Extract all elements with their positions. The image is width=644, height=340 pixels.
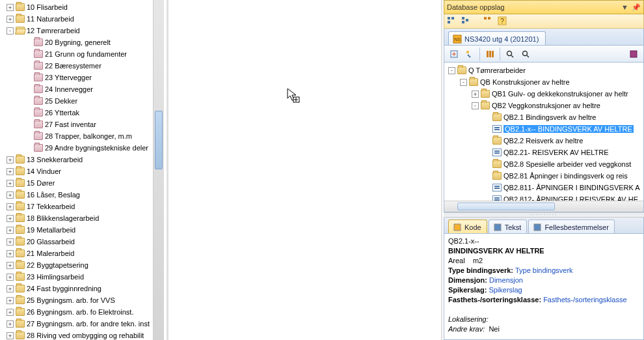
expand-icon[interactable]: + <box>7 180 14 187</box>
db-tree-item[interactable]: QB2.1-x-- BINDINGSVERK AV HELTRE <box>444 123 643 135</box>
detail-tab-kode[interactable]: Kode <box>448 220 487 233</box>
db-tree-item[interactable]: +QB1 Gulv- og dekkekonstruksjoner av hel… <box>444 88 643 100</box>
db-titlebar[interactable]: Database oppslag ▼ 📌 <box>444 0 644 14</box>
tree-item[interactable]: +14 Vinduer <box>0 165 164 177</box>
expand-icon[interactable]: + <box>7 285 14 292</box>
tree-item[interactable]: 24 Innervegger <box>0 83 164 95</box>
collapse-icon[interactable]: - <box>460 79 467 86</box>
tree-item[interactable]: +11 Naturarbeid <box>0 13 164 25</box>
tree-item[interactable]: +13 Snekkerarbeid <box>0 154 164 165</box>
db-tree-item[interactable]: -QB Konstruksjoner av heltre <box>444 76 643 88</box>
expand-icon[interactable]: + <box>7 191 14 199</box>
splitter-gripper[interactable]: ·········· <box>444 212 644 218</box>
svg-point-18 <box>523 51 528 55</box>
tool-btn-2[interactable] <box>463 47 477 61</box>
tree-item[interactable]: +22 Byggtapetsering <box>0 259 164 271</box>
expand-icon[interactable]: + <box>7 309 14 316</box>
db-tree-item[interactable]: QB2.1 Bindingsverk av heltre <box>444 111 643 123</box>
expand-icon[interactable]: + <box>7 320 14 328</box>
expand-icon[interactable]: + <box>7 262 14 269</box>
db-tree-item[interactable]: QB2.21- REISVERK AV HELTRE <box>444 147 643 158</box>
expand-icon[interactable]: + <box>7 215 14 222</box>
tree-item[interactable]: +23 Himlingsarbeid <box>0 271 164 283</box>
doc-icon <box>492 184 502 191</box>
expand-icon[interactable]: + <box>7 203 14 210</box>
collapse-icon[interactable]: - <box>448 67 455 74</box>
tab-ns3420[interactable]: NS NS3420 utg 4 (201201) <box>448 31 546 45</box>
tree-item[interactable]: +26 Bygningsm. arb. fo Elektroinst. <box>0 306 164 318</box>
expand-icon[interactable]: + <box>7 274 14 281</box>
detail-tab-tekst[interactable]: Tekst <box>489 220 528 233</box>
detail-andre-krav-label: Andre krav: <box>448 325 485 333</box>
db-tree-item[interactable]: QB2.811- ÅPNINGER I BINDINGSVERK A <box>444 182 643 193</box>
tree-item[interactable]: +15 Dører <box>0 177 164 189</box>
tree-item[interactable]: -12 Tømrerarbeid <box>0 25 164 36</box>
expand-icon[interactable]: + <box>7 332 14 339</box>
tree-item[interactable]: +25 Bygningsm. arb. for VVS <box>0 294 164 306</box>
db-tree-item[interactable]: QB2.2 Reisverk av heltre <box>444 135 643 147</box>
tree-item[interactable]: +21 Malerarbeid <box>0 248 164 259</box>
view-mode-icon-3[interactable] <box>483 16 494 27</box>
folder-icon <box>16 191 25 199</box>
svg-rect-14 <box>487 51 489 57</box>
search-icon-2[interactable] <box>518 47 533 61</box>
expand-icon[interactable]: + <box>7 238 14 246</box>
tree-item[interactable]: +16 Låser, Beslag <box>0 189 164 201</box>
tree-item[interactable]: +10 Flisarbeid <box>0 1 164 13</box>
db-tree-item[interactable]: QB2.8 Spesielle arbeider ved veggkonst <box>444 158 643 170</box>
db-tree-label: QB2.1 Bindingsverk av heltre <box>503 113 596 121</box>
expand-icon[interactable]: + <box>7 156 14 163</box>
tree-item[interactable]: +17 Tekkearbeid <box>0 201 164 212</box>
tool-btn-right[interactable] <box>626 47 641 61</box>
tree-item[interactable]: 23 Yttervegger <box>0 72 164 83</box>
detail-value-link[interactable]: Spikerslag <box>489 286 522 294</box>
tree-item[interactable]: +20 Glassarbeid <box>0 236 164 248</box>
tree-item[interactable]: 27 Fast inventar <box>0 119 164 130</box>
expand-icon[interactable]: + <box>7 250 14 257</box>
view-mode-icon-1[interactable] <box>447 16 457 27</box>
db-tree-label: QB2.1-x-- BINDINGSVERK AV HELTRE <box>503 125 634 133</box>
middle-drop-area[interactable] <box>167 0 442 340</box>
folder-icon <box>492 160 502 168</box>
tree-item[interactable]: +27 Bygningsm. arb. for andre tekn. inst <box>0 318 164 330</box>
detail-value-link[interactable]: Dimensjon <box>489 276 523 284</box>
tree-item[interactable]: 20 Bygning, generelt <box>0 36 164 48</box>
tree-item[interactable]: +18 Blikkenslagerarbeid <box>0 212 164 224</box>
tree-item[interactable]: +28 Riving ved ombygging og rehabilit <box>0 330 164 340</box>
tool-btn-3[interactable] <box>483 47 497 61</box>
pin-icon[interactable]: 📌 <box>632 3 641 12</box>
expand-icon[interactable]: + <box>7 4 14 11</box>
tree-item[interactable]: 26 Yttertak <box>0 107 164 119</box>
help-icon[interactable]: ? <box>498 16 508 27</box>
db-tree-item[interactable]: -QB2 Veggkonstruksjoner av heltre <box>444 100 643 111</box>
detail-tab-fellesbestemmelser[interactable]: Fellesbestemmelser <box>528 220 614 233</box>
tree-item[interactable]: 28 Trapper, balkonger, m.m <box>0 130 164 142</box>
expand-icon[interactable]: + <box>7 227 14 234</box>
expand-icon[interactable]: + <box>472 91 479 98</box>
dropdown-arrow-icon[interactable]: ▼ <box>621 3 628 11</box>
tree-item[interactable]: +19 Metallarbeid <box>0 224 164 236</box>
collapse-icon[interactable]: - <box>7 27 14 35</box>
expand-icon[interactable]: + <box>7 168 14 175</box>
tree-item[interactable]: 29 Andre bygningstekniske deler <box>0 142 164 154</box>
detail-value-link[interactable]: Fasthets-/sorteringsklasse <box>543 296 626 304</box>
tree-item[interactable]: 22 Bæresystemer <box>0 60 164 72</box>
expand-icon[interactable]: + <box>7 16 14 23</box>
tree-item[interactable]: +24 Fast bygginnredning <box>0 283 164 294</box>
db-tree-item[interactable]: QB2.81 Åpninger i bindingsverk og reis <box>444 170 643 182</box>
expand-icon[interactable]: + <box>7 297 14 304</box>
tool-btn-1[interactable] <box>447 47 461 61</box>
db-tree-item[interactable]: -Q Tømrerarbeider <box>444 64 643 76</box>
tree-item[interactable]: 21 Grunn og fundamenter <box>0 48 164 60</box>
search-icon[interactable] <box>503 47 517 61</box>
detail-value-link[interactable]: Type bindingsverk <box>515 266 573 274</box>
db-tree-hscrollbar[interactable] <box>444 201 643 212</box>
svg-text:NS: NS <box>454 37 461 42</box>
tree-item[interactable]: 25 Dekker <box>0 95 164 107</box>
left-scrollbar[interactable] <box>153 0 164 340</box>
collapse-icon[interactable]: - <box>472 102 479 109</box>
tree-label: 24 Fast bygginnredning <box>27 285 101 292</box>
db-tree-label: QB2.21- REISVERK AV HELTRE <box>503 149 609 156</box>
folder-icon <box>16 3 25 11</box>
view-mode-icon-2[interactable] <box>461 16 472 27</box>
